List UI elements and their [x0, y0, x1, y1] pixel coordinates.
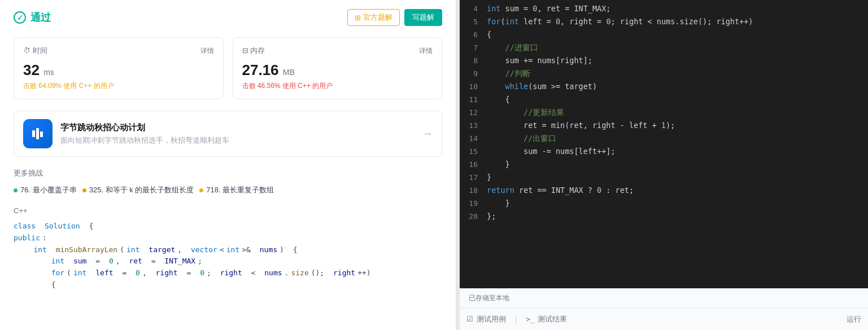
editor-line-14: 14 //出窗口: [460, 132, 868, 145]
editor-line-15: 15 sum -= nums[left++];: [460, 145, 868, 158]
right-panel: 4 int sum = 0, ret = INT_MAX; 5 for(int …: [460, 0, 868, 330]
code-line-2: public:: [14, 232, 442, 244]
editor-line-4: 4 int sum = 0, ret = INT_MAX;: [460, 2, 868, 15]
official-solution-button[interactable]: ⊞ 官方题解: [347, 9, 400, 26]
tab-test-cases[interactable]: ☑ 测试用例: [466, 310, 506, 329]
editor-line-16: 16 }: [460, 158, 868, 171]
challenge-tag-76[interactable]: 76. 最小覆盖子串: [14, 185, 77, 195]
checkbox-icon: ☑: [466, 315, 473, 323]
time-header: ⏱ 时间 详情: [23, 46, 214, 56]
editor-line-19: 19 }: [460, 197, 868, 210]
promo-desc: 面向短期冲刺字节跳动秋招选手，秋招弯道顺利超车: [60, 135, 415, 146]
memory-detail-link[interactable]: 详情: [419, 46, 433, 56]
editor-line-7: 7 //进窗口: [460, 41, 868, 54]
editor-line-9: 9 //判断: [460, 67, 868, 80]
time-detail-link[interactable]: 详情: [200, 46, 214, 56]
svg-rect-1: [36, 128, 39, 139]
editor-line-11: 11 {: [460, 93, 868, 106]
editor-line-10: 10 while(sum >= target): [460, 80, 868, 93]
dot-orange-icon: [82, 188, 86, 192]
editor-line-8: 8 sum += nums[right];: [460, 54, 868, 67]
code-editor[interactable]: 4 int sum = 0, ret = INT_MAX; 5 for(int …: [460, 0, 868, 288]
editor-line-20: 20 };: [460, 210, 868, 223]
promo-title: 字节跳动秋招心动计划: [60, 122, 415, 133]
svg-rect-0: [32, 130, 35, 137]
code-block: class Solution { public: int minSubArray…: [14, 221, 442, 291]
time-stat-card: ⏱ 时间 详情 32 ms 击败 64.09% 使用 C++ 的用户: [14, 37, 224, 99]
svg-rect-2: [40, 131, 43, 137]
code-line-3: int minSubArrayLen(int target, vector<in…: [14, 244, 442, 256]
editor-line-13: 13 ret = min(ret, right - left + 1);: [460, 119, 868, 132]
time-beat: 击败 64.09% 使用 C++ 的用户: [23, 81, 214, 91]
challenge-tag-325[interactable]: 325. 和等于 k 的最长子数组长度: [82, 185, 194, 195]
editor-line-17: 17 }: [460, 171, 868, 184]
tab-test-results-label: 测试结果: [538, 314, 567, 324]
left-panel: ✓ 通过 ⊞ 官方题解 写题解 ⏱ 时间 详情 32 ms: [0, 0, 456, 330]
memory-stat-card: ⊟ 内存 详情 27.16 MB 击败 46.56% 使用 C++ 的用户: [233, 37, 443, 99]
save-notice: 已存储至本地: [460, 288, 868, 307]
challenge-tags: 76. 最小覆盖子串 325. 和等于 k 的最长子数组长度 718. 最长重复…: [14, 185, 442, 195]
stats-row: ⏱ 时间 详情 32 ms 击败 64.09% 使用 C++ 的用户 ⊟ 内存 …: [14, 37, 442, 99]
lang-label: C++: [14, 206, 442, 215]
code-line-5: for(int left = 0, right = 0; right < num…: [14, 267, 442, 279]
pass-header: ✓ 通过 ⊞ 官方题解 写题解: [14, 9, 442, 26]
clock-icon: ⏱: [23, 46, 30, 55]
code-line-4: int sum = 0, ret = INT_MAX;: [14, 256, 442, 267]
run-label: 运行: [847, 314, 861, 324]
terminal-icon: ≻_: [526, 315, 534, 323]
memory-label: ⊟ 内存: [242, 46, 265, 56]
dot-yellow-icon: [199, 188, 203, 192]
editor-line-18: 18 return ret == INT_MAX ? 0 : ret;: [460, 184, 868, 197]
promo-text: 字节跳动秋招心动计划 面向短期冲刺字节跳动秋招选手，秋招弯道顺利超车: [60, 122, 415, 146]
tab-test-results[interactable]: ≻_ 测试结果: [526, 310, 567, 329]
check-icon: ✓: [14, 11, 26, 24]
header-buttons: ⊞ 官方题解 写题解: [347, 9, 442, 26]
promo-card[interactable]: 字节跳动秋招心动计划 面向短期冲刺字节跳动秋招选手，秋招弯道顺利超车 →: [14, 111, 442, 157]
memory-header: ⊟ 内存 详情: [242, 46, 433, 56]
pass-label: ✓ 通过: [14, 11, 51, 24]
code-line-6: {: [14, 279, 442, 291]
memory-beat: 击败 46.56% 使用 C++ 的用户: [242, 81, 433, 91]
tab-test-cases-label: 测试用例: [477, 314, 506, 324]
promo-arrow-icon: →: [422, 128, 433, 140]
more-challenges-label: 更多挑战: [14, 168, 442, 178]
bottom-tabs: ☑ 测试用例 | ≻_ 测试结果 运行: [460, 307, 868, 330]
code-line-1: class Solution {: [14, 221, 442, 232]
memory-value: 27.16 MB: [242, 61, 433, 79]
memory-icon: ⊟: [242, 46, 248, 55]
time-label: ⏱ 时间: [23, 46, 47, 56]
editor-line-6: 6 {: [460, 28, 868, 41]
time-value: 32 ms: [23, 61, 214, 79]
book-icon: ⊞: [355, 14, 361, 22]
editor-line-12: 12 //更新结果: [460, 106, 868, 119]
promo-logo: [23, 119, 53, 148]
write-solution-button[interactable]: 写题解: [404, 9, 442, 26]
challenge-tag-718[interactable]: 718. 最长重复子数组: [199, 185, 274, 195]
dot-green-icon: [14, 188, 18, 192]
editor-line-5: 5 for(int left = 0, right = 0; right < n…: [460, 15, 868, 28]
tab-separator: |: [515, 315, 517, 324]
